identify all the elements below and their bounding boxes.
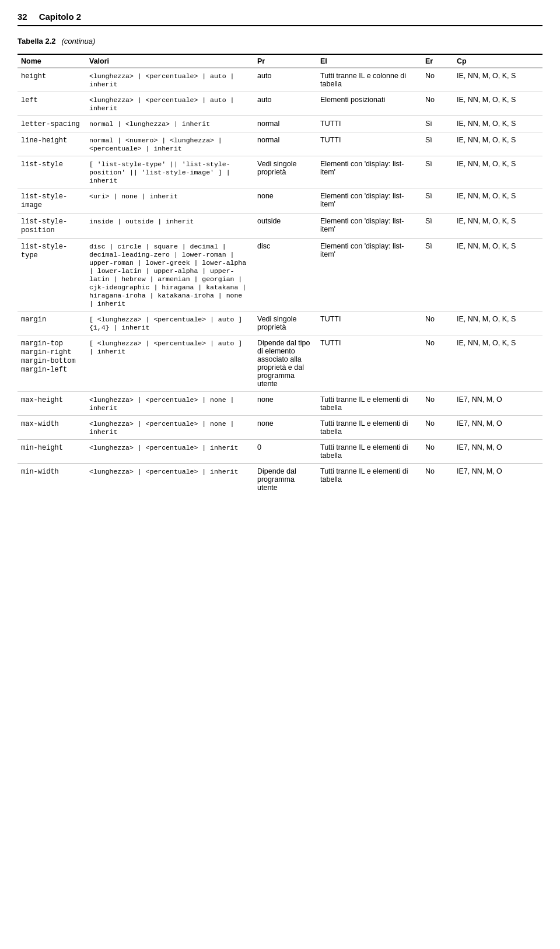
table-title: Tabella 2.2 (continua) [18, 37, 542, 45]
table-row: left<lunghezza> | <percentuale> | auto |… [18, 92, 542, 116]
chapter-title: Capitolo 2 [39, 12, 82, 22]
cell-er: No [422, 440, 453, 464]
cell-cp: IE, NN, M, O, K, S [453, 213, 542, 239]
table-row: list-style-positioninside | outside | in… [18, 213, 542, 239]
col-header-er: Er [422, 54, 453, 68]
cell-er: Sì [422, 239, 453, 311]
cell-el: Elementi con 'display: list-item' [317, 213, 422, 239]
cell-cp: IE, NN, M, O, K, S [453, 156, 542, 188]
cell-nome: max-height [18, 392, 86, 416]
cell-nome: min-width [18, 464, 86, 496]
cell-el: Tutti tranne IL e elementi di tabella [317, 392, 422, 416]
cell-el: Elementi con 'display: list-item' [317, 188, 422, 213]
cell-valori: <uri> | none | inherit [86, 188, 254, 213]
cell-cp: IE, NN, M, O, K, S [453, 188, 542, 213]
cell-er: Sì [422, 188, 453, 213]
cell-pr: none [254, 392, 317, 416]
cell-pr: outside [254, 213, 317, 239]
table-row: margin-topmargin-rightmargin-bottommargi… [18, 335, 542, 392]
cell-el: TUTTI [317, 116, 422, 132]
cell-nome: list-style-type [18, 239, 86, 311]
cell-valori: normal | <numero> | <lunghezza> | <perce… [86, 132, 254, 156]
cell-cp: IE, NN, M, O, K, S [453, 132, 542, 156]
table-row: list-style-typedisc | circle | square | … [18, 239, 542, 311]
cell-el: Elementi con 'display: list-item' [317, 156, 422, 188]
cell-cp: IE7, NN, M, O [453, 392, 542, 416]
cell-el: Tutti tranne IL e elementi di tabella [317, 440, 422, 464]
cell-pr: disc [254, 239, 317, 311]
col-header-pr: Pr [254, 54, 317, 68]
cell-valori: <lunghezza> | <percentuale> | none | inh… [86, 392, 254, 416]
cell-valori: normal | <lunghezza> | inherit [86, 116, 254, 132]
cell-cp: IE, NN, M, O, K, S [453, 335, 542, 392]
table-row: max-width<lunghezza> | <percentuale> | n… [18, 416, 542, 440]
table-row: list-style-image<uri> | none | inheritno… [18, 188, 542, 213]
cell-pr: auto [254, 68, 317, 92]
cell-cp: IE7, NN, M, O [453, 464, 542, 496]
cell-nome: min-height [18, 440, 86, 464]
cell-pr: Vedi singole proprietà [254, 156, 317, 188]
cell-nome: list-style [18, 156, 86, 188]
table-row: margin[ <lunghezza> | <percentuale> | au… [18, 311, 542, 335]
cell-nome: letter-spacing [18, 116, 86, 132]
cell-valori: disc | circle | square | decimal | decim… [86, 239, 254, 311]
cell-valori: <lunghezza> | <percentuale> | auto | inh… [86, 68, 254, 92]
cell-pr: none [254, 416, 317, 440]
cell-pr: Dipende dal tipo di elemento associato a… [254, 335, 317, 392]
page-number: 32 [18, 12, 27, 22]
table-row: max-height<lunghezza> | <percentuale> | … [18, 392, 542, 416]
cell-el: TUTTI [317, 132, 422, 156]
cell-er: No [422, 392, 453, 416]
cell-er: No [422, 311, 453, 335]
cell-pr: none [254, 188, 317, 213]
cell-pr: auto [254, 92, 317, 116]
cell-valori: [ <lunghezza> | <percentuale> | auto ] |… [86, 335, 254, 392]
cell-nome: margin-topmargin-rightmargin-bottommargi… [18, 335, 86, 392]
css-properties-table: Nome Valori Pr El Er Cp height<lunghezza… [18, 54, 542, 495]
cell-valori: <lunghezza> | <percentuale> | inherit [86, 440, 254, 464]
cell-el: Elementi con 'display: list-item' [317, 239, 422, 311]
table-title-label: Tabella 2.2 [18, 37, 56, 45]
table-row: line-heightnormal | <numero> | <lunghezz… [18, 132, 542, 156]
page-header: 32 Capitolo 2 [18, 12, 542, 26]
cell-el: Tutti tranne IL e elementi di tabella [317, 416, 422, 440]
cell-nome: line-height [18, 132, 86, 156]
cell-er: No [422, 68, 453, 92]
col-header-nome: Nome [18, 54, 86, 68]
cell-cp: IE, NN, M, O, K, S [453, 239, 542, 311]
cell-nome: list-style-position [18, 213, 86, 239]
cell-nome: left [18, 92, 86, 116]
cell-el: Elementi posizionati [317, 92, 422, 116]
cell-pr: 0 [254, 440, 317, 464]
cell-er: No [422, 464, 453, 496]
cell-pr: normal [254, 116, 317, 132]
cell-er: Sì [422, 132, 453, 156]
cell-cp: IE, NN, M, O, K, S [453, 116, 542, 132]
cell-er: No [422, 92, 453, 116]
cell-el: Tutti tranne IL e elementi di tabella [317, 464, 422, 496]
cell-nome: margin [18, 311, 86, 335]
table-row: height<lunghezza> | <percentuale> | auto… [18, 68, 542, 92]
cell-er: Sì [422, 156, 453, 188]
cell-nome: max-width [18, 416, 86, 440]
table-row: min-height<lunghezza> | <percentuale> | … [18, 440, 542, 464]
cell-nome: list-style-image [18, 188, 86, 213]
cell-valori: <lunghezza> | <percentuale> | auto | inh… [86, 92, 254, 116]
table-title-subtitle: (continua) [62, 37, 96, 45]
cell-cp: IE, NN, M, O, K, S [453, 68, 542, 92]
cell-pr: Vedi singole proprietà [254, 311, 317, 335]
cell-el: Tutti tranne IL e colonne di tabella [317, 68, 422, 92]
cell-er: Sì [422, 116, 453, 132]
cell-cp: IE, NN, M, O, K, S [453, 311, 542, 335]
cell-nome: height [18, 68, 86, 92]
table-row: min-width<lunghezza> | <percentuale> | i… [18, 464, 542, 496]
cell-valori: [ 'list-style-type' || 'list-style-posit… [86, 156, 254, 188]
cell-pr: Dipende dal programma utente [254, 464, 317, 496]
cell-pr: normal [254, 132, 317, 156]
cell-el: TUTTI [317, 335, 422, 392]
cell-er: No [422, 416, 453, 440]
cell-er: No [422, 335, 453, 392]
cell-er: Sì [422, 213, 453, 239]
cell-valori: <lunghezza> | <percentuale> | none | inh… [86, 416, 254, 440]
col-header-valori: Valori [86, 54, 254, 68]
